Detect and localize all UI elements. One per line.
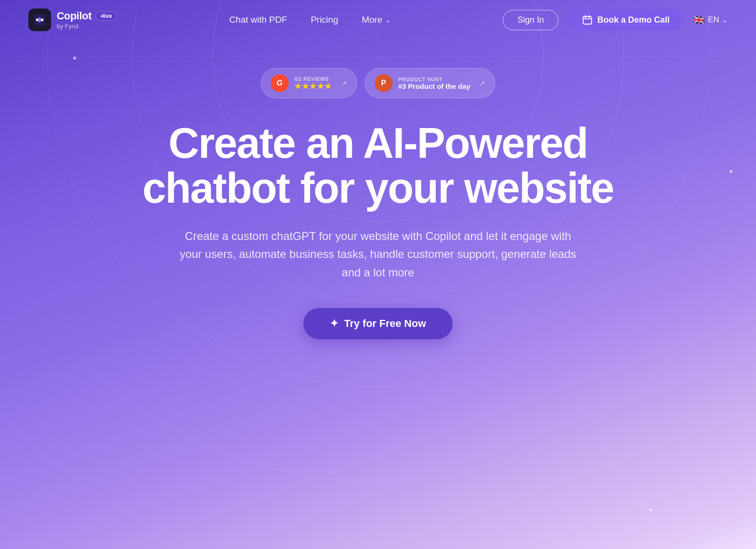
chevron-down-icon: ⌄ [385,16,391,24]
nav-actions: Sign In Book a Demo Call 🇬🇧 EN ⌄ [503,9,728,31]
live-badge: •live [95,11,117,21]
nav-pricing[interactable]: Pricing [311,15,338,25]
logo-text: Copilot •live by Fynd [57,10,117,30]
svg-rect-17 [583,17,592,24]
g2-badge-text: G2 REVIEWS ★★★★★ [294,76,332,91]
calendar-icon [582,15,593,25]
sparkle-dot [73,57,76,60]
svg-rect-16 [39,17,41,23]
g2-arrow-icon: ↗ [342,79,347,87]
language-selector[interactable]: 🇬🇧 EN ⌄ [693,14,728,26]
g2-logo: G [271,74,289,92]
sparkle-icon: ✦ [330,317,338,330]
logo-icon [28,9,51,31]
lang-chevron-icon: ⌄ [722,16,728,24]
producthunt-badge[interactable]: P PRODUCT HUNT #3 Product of the day ↗ [365,68,496,98]
ph-badge-text: PRODUCT HUNT #3 Product of the day [398,77,471,90]
try-free-button[interactable]: ✦ Try for Free Now [303,308,453,339]
book-demo-button[interactable]: Book a Demo Call [568,9,684,31]
signin-button[interactable]: Sign In [503,10,558,30]
svg-point-14 [36,18,39,21]
hero-subtitle: Create a custom chatGPT for your website… [175,227,581,282]
logo-name: Copilot [57,10,92,22]
navbar: Copilot •live by Fynd Chat with PDF Pric… [0,0,756,40]
badges-row: G G2 REVIEWS ★★★★★ ↗ P PRODUCT HUNT #3 P… [261,68,496,98]
logo[interactable]: Copilot •live by Fynd [28,9,117,31]
hero-content: G G2 REVIEWS ★★★★★ ↗ P PRODUCT HUNT #3 P… [0,68,756,549]
ph-arrow-icon: ↗ [480,79,485,87]
svg-point-15 [41,18,43,21]
flag-icon: 🇬🇧 [693,14,705,26]
nav-chat-with-pdf[interactable]: Chat with PDF [229,15,287,25]
ph-logo: P [375,74,393,92]
hero-title: Create an AI-Powered chatbot for your we… [118,121,638,210]
logo-sub: by Fynd [57,23,117,30]
g2-stars: ★★★★★ [294,82,332,91]
nav-links: Chat with PDF Pricing More ⌄ [229,15,391,25]
g2-badge[interactable]: G G2 REVIEWS ★★★★★ ↗ [261,68,357,98]
nav-more[interactable]: More ⌄ [362,15,391,25]
